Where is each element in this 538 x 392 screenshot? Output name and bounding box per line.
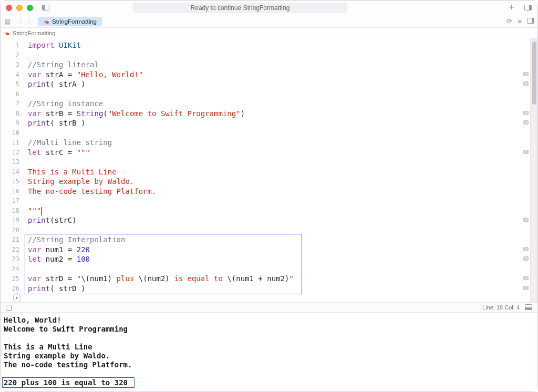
tabbar: ▦ 〈 〉 StringFormatting ⟳ ≡ — [1, 15, 537, 28]
code-line[interactable]: //Multi line string — [28, 138, 522, 148]
result-marker[interactable] — [523, 120, 529, 125]
code-line[interactable]: The no-code testing Platform. — [28, 187, 522, 197]
result-marker[interactable] — [523, 286, 529, 290]
zoom-window-button[interactable] — [27, 5, 33, 11]
code-line[interactable] — [28, 196, 522, 206]
text-cursor — [41, 207, 42, 215]
swift-file-icon — [43, 18, 49, 25]
code-line[interactable]: //String literal — [28, 60, 522, 70]
code-line[interactable] — [28, 50, 522, 60]
code-line[interactable]: This is a Multi Line — [28, 167, 522, 177]
result-marker[interactable] — [523, 276, 529, 280]
result-markers — [522, 38, 530, 302]
code-line[interactable]: String example by Waldo. — [28, 177, 522, 187]
code-line[interactable]: var strA = "Hello, World!" — [28, 70, 522, 80]
refresh-icon[interactable]: ⟳ — [506, 17, 512, 25]
sidebar-toggle-icon[interactable] — [42, 4, 50, 12]
code-line[interactable]: print( strD ) — [28, 284, 522, 294]
console-line: 220 plus 100 is equal to 320 — [4, 378, 534, 387]
add-button[interactable]: + — [509, 2, 514, 13]
console-line: Welcome to Swift Programming — [4, 325, 534, 334]
code-line[interactable] — [28, 264, 522, 274]
code-line[interactable] — [28, 128, 522, 138]
code-line[interactable]: var num1 = 220 — [28, 245, 522, 255]
code-line[interactable]: import UIKit — [28, 40, 522, 50]
xcode-window: Ready to continue StringFormatting + ▦ 〈… — [0, 0, 538, 392]
minimize-window-button[interactable] — [16, 5, 23, 11]
console-line: Hello, World! — [4, 316, 534, 325]
console-line: String example by Waldo. — [4, 352, 534, 360]
tab-label: StringFormatting — [52, 18, 97, 25]
result-marker[interactable] — [523, 111, 529, 115]
inspector-toggle-icon[interactable] — [527, 17, 534, 25]
close-window-button[interactable] — [6, 5, 12, 11]
line-number-gutter: 1234567891011121314151617181920212223242… — [1, 38, 24, 302]
cursor-position-label: Line: 18 Col: 4 — [482, 304, 520, 311]
scrollbar-thumb[interactable] — [532, 42, 536, 105]
activity-status[interactable]: Ready to continue StringFormatting — [133, 3, 348, 13]
statusbar: Line: 18 Col: 4 — [1, 302, 537, 313]
code-line[interactable] — [28, 157, 522, 167]
related-items-icon[interactable]: ▦ — [4, 18, 12, 25]
code-line[interactable]: var strB = String("Welcome to Swift Prog… — [28, 109, 522, 119]
console-line — [4, 334, 534, 343]
list-icon[interactable]: ≡ — [518, 17, 522, 25]
nav-forward-icon[interactable]: 〉 — [26, 17, 35, 26]
console-output[interactable]: Hello, World!Welcome to Swift Programmin… — [1, 313, 537, 391]
code-content[interactable]: import UIKit//String literalvar strA = "… — [24, 38, 522, 302]
result-marker[interactable] — [523, 256, 529, 261]
right-panel-toggle-icon[interactable] — [524, 4, 532, 12]
code-line[interactable]: //String Interpolation — [28, 235, 522, 245]
result-marker[interactable] — [523, 81, 529, 86]
code-line[interactable]: let strC = """ — [28, 148, 522, 158]
code-line[interactable]: //String instance — [28, 99, 522, 109]
code-line[interactable] — [28, 89, 522, 99]
code-line[interactable]: let num2 = 100 — [28, 254, 522, 264]
console-line: This is a Multi Line — [4, 343, 534, 352]
traffic-lights — [6, 5, 33, 11]
editor-area: 1234567891011121314151617181920212223242… — [1, 38, 537, 302]
result-marker[interactable] — [523, 150, 529, 154]
vertical-scrollbar[interactable] — [530, 38, 537, 302]
tab-stringformatting[interactable]: StringFormatting — [38, 17, 102, 26]
run-button[interactable] — [13, 293, 20, 302]
pathbar[interactable]: StringFormatting — [1, 28, 537, 38]
swift-file-icon — [4, 30, 10, 36]
code-line[interactable]: print( strB ) — [28, 118, 522, 128]
console-line — [4, 369, 534, 378]
nav-back-icon[interactable]: 〈 — [15, 17, 23, 26]
code-line[interactable]: """ — [28, 206, 522, 216]
path-file-label: StringFormatting — [13, 30, 55, 36]
bottom-panel-toggle-icon[interactable] — [525, 304, 532, 311]
result-marker[interactable] — [523, 218, 529, 222]
code-line[interactable]: print(strC) — [28, 215, 522, 225]
code-editor[interactable]: 1234567891011121314151617181920212223242… — [1, 38, 537, 302]
result-marker[interactable] — [523, 72, 529, 76]
console-line: The no-code testing Platform. — [4, 360, 534, 369]
titlebar: Ready to continue StringFormatting + — [1, 1, 537, 15]
tabbar-right-controls: ⟳ ≡ — [506, 17, 534, 25]
code-line[interactable]: var strD = "\(num1) plus \(num2) is equa… — [28, 274, 522, 284]
result-marker[interactable] — [523, 247, 529, 251]
code-line[interactable]: print( strA ) — [28, 79, 522, 89]
code-line[interactable] — [28, 225, 522, 235]
debug-toggle-icon[interactable] — [6, 305, 12, 311]
